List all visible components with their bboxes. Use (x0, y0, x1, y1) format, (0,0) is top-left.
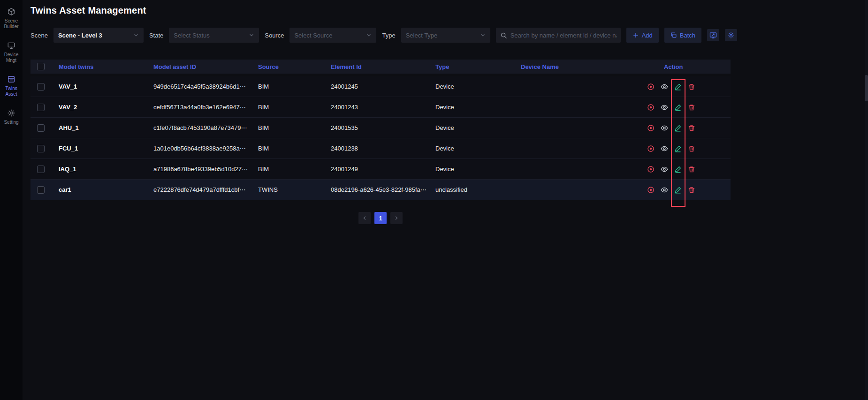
edit-icon[interactable] (674, 166, 682, 173)
row-checkbox[interactable] (37, 145, 45, 152)
view-icon[interactable] (661, 124, 668, 132)
scrollbar-thumb[interactable] (865, 75, 868, 101)
cell-device-name (514, 159, 639, 180)
locate-icon[interactable] (647, 166, 655, 173)
edit-icon[interactable] (674, 124, 682, 132)
search-input[interactable] (510, 32, 617, 39)
gear-icon (7, 109, 15, 117)
state-filter-label: State (149, 32, 163, 39)
state-select[interactable]: Select Status (169, 28, 259, 43)
screen-icon (709, 31, 717, 39)
column-header-model-asset-id: Model asset ID (147, 60, 251, 76)
main-content: Twins Asset Management Scene Scene - Lev… (23, 0, 868, 400)
cell-model-twins: FCU_1 (52, 138, 147, 159)
cell-model-asset-id: cefdf56713a44a0fb3e162e6947⋯ (147, 97, 251, 118)
view-icon[interactable] (661, 83, 668, 91)
column-header-model-twins: Model twins (52, 60, 147, 76)
asset-card-icon (7, 75, 15, 83)
cell-device-name (514, 180, 639, 200)
column-header-action: Action (639, 60, 731, 76)
sidebar-item-device-mngt[interactable]: Device Mngt (0, 41, 23, 63)
locate-icon[interactable] (647, 83, 655, 91)
page-title: Twins Asset Management (30, 5, 146, 16)
pagination-next-button[interactable] (390, 212, 403, 224)
cell-type: unclassified (429, 180, 514, 200)
chevron-down-icon (366, 32, 372, 38)
row-checkbox[interactable] (37, 124, 45, 132)
row-checkbox[interactable] (37, 104, 45, 111)
cell-model-twins: IAQ_1 (52, 159, 147, 180)
view-icon[interactable] (661, 145, 668, 152)
plus-icon (632, 32, 639, 38)
sidebar-item-scene-builder[interactable]: Scene Builder (0, 8, 23, 29)
sidebar-item-setting[interactable]: Setting (0, 109, 23, 125)
locate-icon[interactable] (647, 145, 655, 152)
sidebar-item-twins-asset[interactable]: Twins Asset (0, 75, 23, 97)
pagination-prev-button[interactable] (358, 212, 371, 224)
source-filter-label: Source (265, 32, 284, 39)
column-header-type: Type (429, 60, 514, 76)
screen-view-button[interactable] (707, 29, 719, 41)
edit-icon[interactable] (674, 104, 682, 111)
view-icon[interactable] (661, 166, 668, 173)
add-button[interactable]: Add (626, 28, 659, 43)
cube-icon (7, 8, 15, 16)
add-button-label: Add (642, 32, 653, 39)
sidebar-item-label: Setting (4, 120, 18, 125)
delete-icon[interactable] (688, 145, 695, 152)
column-header-source: Source (251, 60, 324, 76)
batch-button[interactable]: Batch (664, 28, 701, 43)
cell-source: BIM (251, 118, 324, 138)
locate-icon[interactable] (647, 124, 655, 132)
row-checkbox[interactable] (37, 186, 45, 194)
delete-icon[interactable] (688, 124, 695, 132)
sidebar: Scene Builder Device Mngt Twins Asset Se… (0, 0, 23, 400)
pagination: 1 (30, 212, 731, 224)
edit-icon[interactable] (674, 83, 682, 91)
pagination-page-1[interactable]: 1 (374, 212, 387, 224)
view-icon[interactable] (661, 186, 668, 194)
locate-icon[interactable] (647, 104, 655, 111)
delete-icon[interactable] (688, 166, 695, 173)
cell-element-id: 24001249 (324, 159, 429, 180)
chevron-down-icon (480, 32, 486, 38)
type-filter-label: Type (382, 32, 395, 39)
cell-type: Device (429, 97, 514, 118)
select-all-checkbox[interactable] (37, 63, 45, 70)
row-actions (645, 166, 731, 173)
delete-icon[interactable] (688, 83, 695, 91)
edit-icon[interactable] (674, 145, 682, 152)
monitor-icon (7, 41, 15, 50)
cell-element-id: 24001243 (324, 97, 429, 118)
cell-model-asset-id: 1a01e0db56b64cf3838ae9258a⋯ (147, 138, 251, 159)
cell-model-asset-id: 949de6517c4a45f5a38924b6d1⋯ (147, 76, 251, 97)
row-checkbox[interactable] (37, 166, 45, 173)
cell-source: BIM (251, 159, 324, 180)
view-icon[interactable] (661, 104, 668, 111)
state-select-placeholder: Select Status (174, 32, 210, 39)
delete-icon[interactable] (688, 104, 695, 111)
delete-icon[interactable] (688, 186, 695, 194)
scene-select[interactable]: Scene - Level 3 (53, 28, 144, 43)
chevron-right-icon (394, 215, 399, 221)
cell-source: BIM (251, 97, 324, 118)
twins-table: Model twins Model asset ID Source Elemen… (30, 60, 731, 200)
type-select[interactable]: Select Type (401, 28, 490, 43)
batch-button-label: Batch (680, 32, 695, 39)
cell-element-id: 24001535 (324, 118, 429, 138)
sidebar-item-label: Scene Builder (0, 18, 23, 29)
row-actions (645, 83, 731, 91)
table-row: IAQ_1 a71986a678be49339eb5d10d27⋯ BIM 24… (30, 159, 731, 180)
row-actions (645, 104, 731, 111)
column-header-device-name: Device Name (514, 60, 639, 76)
table-settings-button[interactable] (725, 29, 737, 41)
row-checkbox[interactable] (37, 83, 45, 91)
locate-icon[interactable] (647, 186, 655, 194)
edit-icon[interactable] (674, 186, 682, 194)
cell-source: BIM (251, 138, 324, 159)
source-select[interactable]: Select Source (289, 28, 376, 43)
filter-bar: Scene Scene - Level 3 State Select Statu… (30, 27, 737, 43)
sidebar-item-label: Twins Asset (0, 86, 23, 97)
cell-device-name (514, 76, 639, 97)
settings-gear-icon (727, 31, 735, 39)
